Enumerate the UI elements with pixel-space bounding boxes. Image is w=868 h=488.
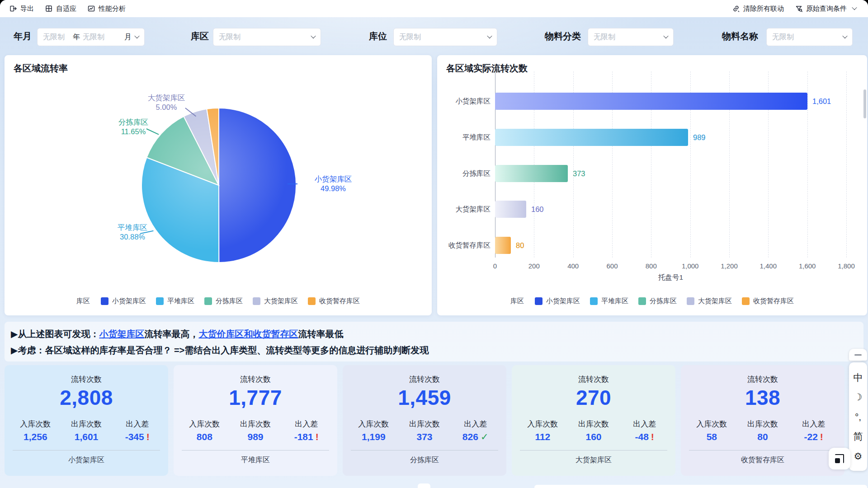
- legend-item[interactable]: 分拣库区: [638, 297, 677, 305]
- area-filter-label: 库区: [191, 27, 209, 45]
- legend-item[interactable]: 平堆库区: [590, 297, 628, 305]
- turnover-count-bar-chart: 托盘号1 02004006008001,0001,2001,4001,6001,…: [437, 55, 867, 315]
- region-card-4: 流转次数138入库次数58出库次数80出入差-22!收货暂存库区: [681, 365, 844, 476]
- legend-item[interactable]: 收货暂存库区: [308, 297, 360, 305]
- card-col-out: 出库次数373: [399, 419, 450, 442]
- area-filter-select[interactable]: 无限制: [213, 28, 321, 46]
- insight-link[interactable]: 小货架库区: [99, 329, 144, 339]
- insight-link[interactable]: 大货价库区和收货暂存区: [198, 329, 298, 339]
- card-title: 流转次数: [343, 365, 506, 385]
- pie-slice-0[interactable]: [219, 108, 296, 263]
- ime-minimize-button[interactable]: [849, 349, 867, 361]
- card-region-name: 分拣库区: [343, 455, 506, 465]
- ime-simplified-chinese-button[interactable]: 简: [854, 432, 863, 441]
- pie-callout-line: [288, 183, 297, 184]
- filter-query-icon: [795, 5, 803, 13]
- legend-item[interactable]: 平堆库区: [156, 297, 194, 305]
- callout-name: 分拣库区: [102, 117, 165, 127]
- location-filter-select[interactable]: 无限制: [393, 28, 497, 46]
- card-out-label: 出库次数: [568, 419, 619, 429]
- bar-0[interactable]: [495, 93, 807, 110]
- legend-label: 平堆库区: [167, 297, 194, 305]
- legend-item[interactable]: 小货架库区: [535, 297, 580, 305]
- bar-category-label: 平堆库区: [437, 133, 491, 142]
- out-number: 1,601: [75, 432, 99, 442]
- callout-percent: 11.65%: [102, 127, 165, 136]
- ime-theme-moon-button[interactable]: ☽: [854, 392, 863, 402]
- bar-2[interactable]: [495, 165, 568, 182]
- ime-punctuation-button[interactable]: °,: [855, 412, 861, 422]
- fullscreen-button[interactable]: [829, 448, 850, 469]
- legend-swatch-icon: [308, 297, 316, 305]
- card-divider: [13, 450, 160, 450]
- bar-1[interactable]: [495, 129, 688, 146]
- material-name-filter-select[interactable]: 无限制: [766, 28, 853, 46]
- ime-settings-gear-button[interactable]: ⚙: [854, 451, 863, 461]
- legend-swatch-icon: [156, 297, 164, 305]
- card-columns: 入库次数1,256出库次数1,601出入差-345!: [5, 419, 168, 442]
- card-out-label: 出库次数: [399, 419, 450, 429]
- card-divider: [520, 450, 667, 450]
- warehouse-dashboard: 导出 自适应 性能分析 清除所有联动 原始查询条件 年月: [0, 0, 868, 488]
- pie-callout-pingdui: 平堆库区 30.88%: [99, 223, 166, 242]
- turnover-rate-panel: 各区域流转率 大货架库区 5.00% 分拣库区 11.65% 小货架库区 49.…: [5, 55, 432, 315]
- location-filter-value: 无限制: [399, 33, 421, 42]
- legend-item[interactable]: 大货架库区: [687, 297, 732, 305]
- bar-value-label: 1,601: [812, 97, 831, 106]
- bar-value-label: 373: [573, 169, 585, 178]
- legend-label: 大货架库区: [698, 297, 732, 305]
- card-in-label: 入库次数: [686, 419, 737, 429]
- ime-language-chinese-button[interactable]: 中: [854, 373, 863, 382]
- card-diff-label: 出入差: [112, 419, 163, 429]
- card-in-value: 112: [517, 432, 568, 442]
- fit-button[interactable]: 自适应: [39, 0, 82, 17]
- bar-4[interactable]: [495, 237, 511, 254]
- chevron-down-icon: [311, 33, 316, 38]
- ime-toolbar: 中☽°,简⚙: [849, 362, 867, 471]
- card-title: 流转次数: [681, 365, 844, 385]
- export-button[interactable]: 导出: [4, 0, 39, 17]
- legend-label: 大货架库区: [264, 297, 298, 305]
- legend-series-title: 库区: [510, 297, 524, 305]
- card-in-label: 入库次数: [348, 419, 399, 429]
- performance-analysis-button[interactable]: 性能分析: [82, 0, 131, 17]
- ym-year-value: 无限制: [83, 33, 104, 42]
- card-out-label: 出库次数: [737, 419, 788, 429]
- chevron-down-icon: [663, 33, 668, 38]
- insight-line-2: ▶考虑：各区域这样的库存率是否合理？ =>需结合出入库类型、流转类型等更多的信息…: [11, 344, 429, 357]
- diff-number: -48: [635, 432, 649, 442]
- card-divider: [351, 450, 498, 450]
- chevron-down-icon: [134, 33, 139, 38]
- card-columns: 入库次数808出库次数989出入差-181!: [174, 419, 337, 442]
- region-card-1: 流转次数1,777入库次数808出库次数989出入差-181!平堆库区: [174, 365, 337, 476]
- legend-item[interactable]: 大货架库区: [253, 297, 298, 305]
- clear-linkage-button[interactable]: 清除所有联动: [726, 0, 789, 17]
- x-tick-label: 1,400: [749, 262, 787, 270]
- chevron-down-icon: [487, 33, 492, 38]
- chevron-down-icon: [852, 5, 857, 10]
- legend-series-title: 库区: [76, 297, 90, 305]
- original-query-button[interactable]: 原始查询条件: [789, 0, 862, 17]
- legend-item[interactable]: 小货架库区: [101, 297, 146, 305]
- pie-callout-xiaohuojia: 小货架库区 49.98%: [299, 174, 367, 193]
- bar-value-label: 160: [531, 205, 544, 214]
- year-month-picker[interactable]: 无限制 年 无限制 月: [37, 28, 145, 46]
- bar-category-label: 小货架库区: [437, 97, 491, 106]
- area-filter-value: 无限制: [219, 33, 241, 42]
- material-name-filter-label: 物料名称: [722, 27, 758, 45]
- callout-name: 大货架库区: [135, 93, 198, 103]
- legend-item[interactable]: 分拣库区: [204, 297, 243, 305]
- legend-item[interactable]: 收货暂存库区: [742, 297, 794, 305]
- card-columns: 入库次数58出库次数80出入差-22!: [681, 419, 844, 442]
- card-total-value: 1,459: [343, 385, 506, 410]
- card-out-label: 出库次数: [230, 419, 281, 429]
- material-class-filter-select[interactable]: 无限制: [588, 28, 674, 46]
- legend-swatch-icon: [742, 297, 750, 305]
- next-panel-peek: [418, 483, 430, 488]
- card-diff-value: -48!: [619, 432, 670, 442]
- out-number: 373: [416, 432, 432, 442]
- card-total-value: 2,808: [5, 385, 168, 410]
- bar-3[interactable]: [495, 201, 526, 218]
- page-scrollbar-thumb[interactable]: [863, 89, 866, 118]
- pie-callout-dahuojia: 大货架库区 5.00%: [135, 93, 198, 112]
